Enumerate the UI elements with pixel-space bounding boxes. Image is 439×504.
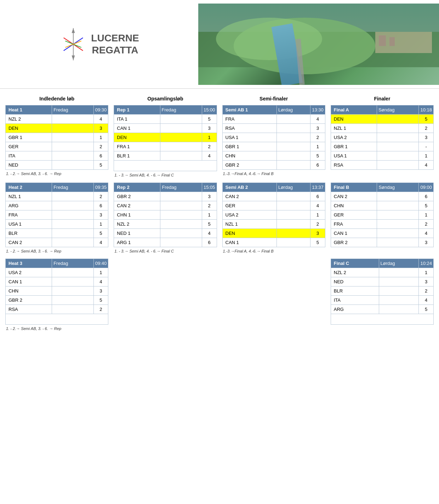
team-name: NZL 1	[331, 124, 377, 133]
table-row: CAN 1 5	[222, 238, 325, 247]
svg-rect-13	[379, 35, 386, 46]
score: 2	[202, 142, 217, 151]
score: 1	[93, 268, 108, 277]
table-row: USA 2 1	[222, 210, 325, 220]
table-row-empty	[331, 314, 433, 325]
heat1-table: Heat 1 Fredag 09:30 NZL 2 4 DEN 3 GBR 1	[5, 105, 108, 170]
heat2-time: 09:35	[93, 183, 108, 192]
score: 5	[93, 296, 108, 305]
main-content: Indledende løb Opsamlingsløb Semi-finale…	[0, 89, 439, 343]
score: 6	[93, 201, 108, 210]
heat1-note: 1. - 2.→ Semi AB, 3. - 6. → Rep	[5, 172, 108, 176]
table-row: ARG 1 6	[114, 238, 217, 247]
table-row: BLR 2	[331, 286, 433, 296]
score: 1	[419, 210, 434, 220]
logo-text: LUCERNE REGATTA	[91, 32, 139, 56]
heat3-container: Heat 3 Fredag 09:40 USA 2 1 CAN 1 4 CHN	[5, 259, 108, 336]
score: 5	[310, 238, 325, 247]
empty-col3	[222, 259, 325, 336]
team-name: ITA	[331, 296, 379, 305]
rep2-container: Rep 2 Fredag 15:05 GBR 2 3 CAN 2 2 CHN 1	[114, 183, 217, 259]
team-name: CHN	[331, 201, 377, 210]
table-row: USA 2 3	[331, 133, 433, 142]
heat2-title: Heat 2	[6, 183, 52, 192]
finalA-title: Final A	[331, 105, 377, 115]
svg-rect-14	[389, 37, 395, 46]
score: 4	[93, 277, 108, 286]
team-name: CAN 2	[114, 201, 160, 210]
table-row: FRA 3	[6, 210, 108, 220]
team-name: FRA 1	[114, 142, 160, 151]
heat3-time: 09:40	[93, 259, 108, 268]
team-name: CAN 1	[6, 277, 52, 286]
heat3-title: Heat 3	[6, 259, 52, 268]
heat2-day: Fredag	[52, 183, 94, 192]
col2-title: Opsamlingsløb	[114, 96, 217, 102]
finalC-table: Final C Lørdag 10:24 NZL 2 1 NED 3 BLR	[331, 259, 434, 325]
team-name: CAN 1	[114, 124, 160, 133]
team-name: CAN 2	[331, 192, 377, 201]
svg-marker-6	[72, 56, 75, 60]
team-name: FRA	[6, 210, 52, 220]
team-name: GBR 2	[6, 296, 52, 305]
table-row: CAN 2 4	[6, 238, 108, 247]
semiAB2-title: Semi AB 2	[222, 183, 276, 192]
rep1-day: Fredag	[160, 105, 202, 115]
table-row: RSA 3	[222, 124, 325, 133]
score: 2	[419, 220, 434, 229]
table-row: GBR 2 3	[114, 192, 217, 201]
table-row: FRA 2	[331, 220, 433, 229]
rep2-title: Rep 2	[114, 183, 160, 192]
score: 3	[93, 210, 108, 220]
col3-title: Semi-finaler	[222, 96, 325, 102]
score: 5	[93, 229, 108, 238]
team-name: CHN	[222, 151, 276, 161]
column-titles: Indledende løb Opsamlingsløb Semi-finale…	[5, 96, 434, 105]
score: 4	[310, 201, 325, 210]
table-row: CHN 5	[331, 201, 433, 210]
score: 4	[93, 115, 108, 124]
rep2-table: Rep 2 Fredag 15:05 GBR 2 3 CAN 2 2 CHN 1	[114, 183, 217, 247]
team-name: ARG	[6, 201, 52, 210]
table-row: CAN 1 4	[6, 277, 108, 286]
team-name: BLR	[331, 286, 379, 296]
heat1-day: Fredag	[52, 105, 94, 115]
team-name: USA 1	[6, 220, 52, 229]
table-row: CAN 2 6	[222, 192, 325, 201]
table-row-empty	[114, 161, 217, 171]
heat1-title: Heat 1	[6, 105, 52, 115]
rep1-container: Rep 1 Fredag 15:00 ITA 1 5 CAN 1 3 DEN	[114, 105, 217, 183]
team-name: GER	[222, 201, 276, 210]
table-row: NZL 2 4	[6, 115, 108, 124]
team-name: CAN 2	[222, 192, 276, 201]
semiAB1-time: 13:30	[310, 105, 325, 115]
finalB-day: Søndag	[377, 183, 419, 192]
finalB-time: 09:00	[419, 183, 434, 192]
rep2-time: 15:05	[202, 183, 217, 192]
team-name: CAN 1	[331, 229, 377, 238]
table-row: USA 1 1	[331, 151, 433, 161]
table-row: NED 1 4	[114, 229, 217, 238]
score: 6	[310, 161, 325, 170]
score: 5	[419, 201, 434, 210]
table-row: DEN 5	[331, 115, 433, 124]
score: 2	[310, 220, 325, 229]
table-row: RSA 2	[6, 305, 108, 314]
finalB-table: Final B Søndag 09:00 CAN 2 6 CHN 5 GER	[331, 183, 434, 247]
team-name: GBR 1	[222, 142, 276, 151]
table-row: CAN 2 2	[114, 201, 217, 210]
score: 4	[93, 238, 108, 247]
team-name: USA 2	[6, 268, 52, 277]
team-name: GER	[6, 142, 52, 151]
table-row: RSA 4	[331, 161, 433, 170]
team-name: USA 2	[331, 133, 377, 142]
score: 5	[202, 220, 217, 229]
team-name: CAN 1	[222, 238, 276, 247]
score: 3	[202, 124, 217, 133]
finalA-container: Final A Søndag 10:18 DEN 5 NZL 1 2 USA 2	[331, 105, 434, 183]
table-row: USA 1 1	[6, 220, 108, 229]
score: 5	[202, 115, 217, 124]
score: 3	[202, 192, 217, 201]
table-row: GBR 2 6	[222, 161, 325, 170]
row2-tables: Heat 2 Fredag 09:35 NZL 1 2 ARG 6 FRA	[5, 183, 434, 259]
